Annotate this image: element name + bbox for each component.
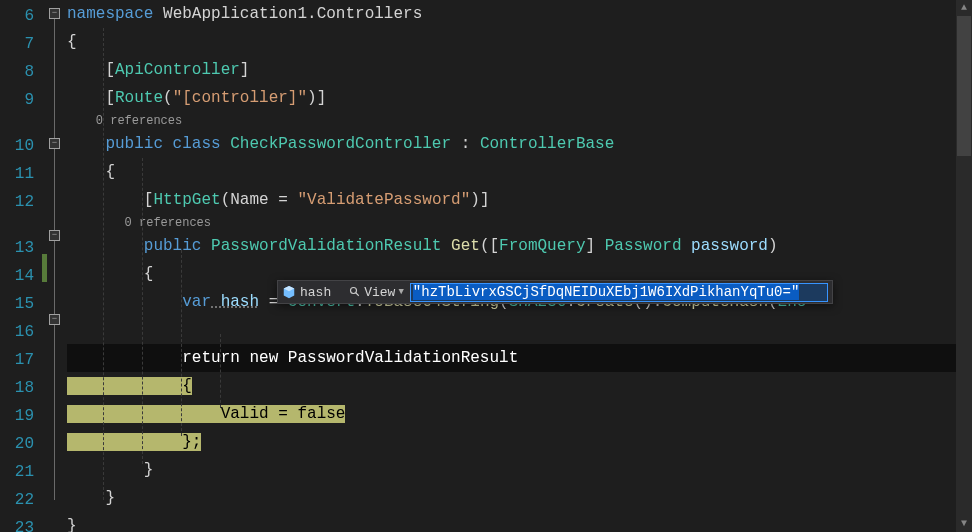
code-editor-area[interactable]: namespace WebApplication1.Controllers { …: [67, 0, 972, 532]
line-number: 13: [0, 234, 42, 262]
svg-point-0: [351, 288, 357, 294]
fold-toggle[interactable]: −: [49, 230, 60, 241]
fold-guide-line: [54, 19, 55, 500]
magnify-icon: [349, 286, 361, 298]
codelens-references[interactable]: 0 references: [67, 214, 972, 232]
vertical-scrollbar[interactable]: ▲ ▼: [956, 0, 972, 532]
code-line: namespace WebApplication1.Controllers: [67, 0, 972, 28]
line-number: 10: [0, 132, 42, 160]
codelens-references[interactable]: 0 references: [67, 112, 972, 130]
line-number: 20: [0, 430, 42, 458]
chevron-down-icon: ▼: [398, 287, 403, 297]
line-number: 18: [0, 374, 42, 402]
line-number: 12: [0, 188, 42, 216]
code-line: {: [67, 158, 972, 186]
debug-value-tooltip[interactable]: hash View ▼ "hzTbLivrxGSCjSfDqNEIDuXEbj1…: [277, 280, 833, 304]
line-number: 17: [0, 346, 42, 374]
line-number: 19: [0, 402, 42, 430]
fold-toggle[interactable]: −: [49, 8, 60, 19]
debug-value-field[interactable]: "hzTbLivrxGSCjSfDqNEIDuXEbj1W6IXdPikhanY…: [410, 283, 828, 302]
line-number: 16: [0, 318, 42, 346]
code-line: }: [67, 484, 972, 512]
line-number: 21: [0, 458, 42, 486]
code-line: {: [67, 28, 972, 56]
scrollbar-thumb[interactable]: [957, 16, 971, 156]
line-number: 9: [0, 86, 42, 114]
line-number: 14: [0, 262, 42, 290]
code-line: [HttpGet(Name = "ValidatePassword")]: [67, 186, 972, 214]
code-line-current: return new PasswordValidationResult: [67, 344, 972, 372]
debug-view-button[interactable]: View ▼: [349, 285, 404, 300]
debug-variable-name: hash: [300, 285, 331, 300]
scroll-up-arrow[interactable]: ▲: [956, 0, 972, 16]
line-number-gutter: 6 7 8 9 10 11 12 13 14 15 16 17 18 19 20…: [0, 0, 42, 532]
line-number: 11: [0, 160, 42, 188]
code-line: };: [67, 428, 972, 456]
code-line: public class CheckPasswordController : C…: [67, 130, 972, 158]
code-line: }: [67, 512, 972, 532]
code-line: [Route("[controller]")]: [67, 84, 972, 112]
code-line: Valid = false: [67, 400, 972, 428]
variable-icon: [282, 285, 296, 299]
code-line: [ApiController]: [67, 56, 972, 84]
code-line: }: [67, 456, 972, 484]
line-number: 6: [0, 2, 42, 30]
line-number: 7: [0, 30, 42, 58]
code-line: {: [67, 372, 972, 400]
line-number: 8: [0, 58, 42, 86]
code-line: [67, 316, 972, 344]
line-number: 23: [0, 514, 42, 532]
code-line: public PasswordValidationResult Get([Fro…: [67, 232, 972, 260]
line-number: 15: [0, 290, 42, 318]
fold-toggle[interactable]: −: [49, 314, 60, 325]
fold-toggle[interactable]: −: [49, 138, 60, 149]
line-number: 22: [0, 486, 42, 514]
scroll-down-arrow[interactable]: ▼: [956, 516, 972, 532]
fold-column: − − − −: [47, 0, 67, 532]
svg-line-1: [356, 293, 359, 296]
